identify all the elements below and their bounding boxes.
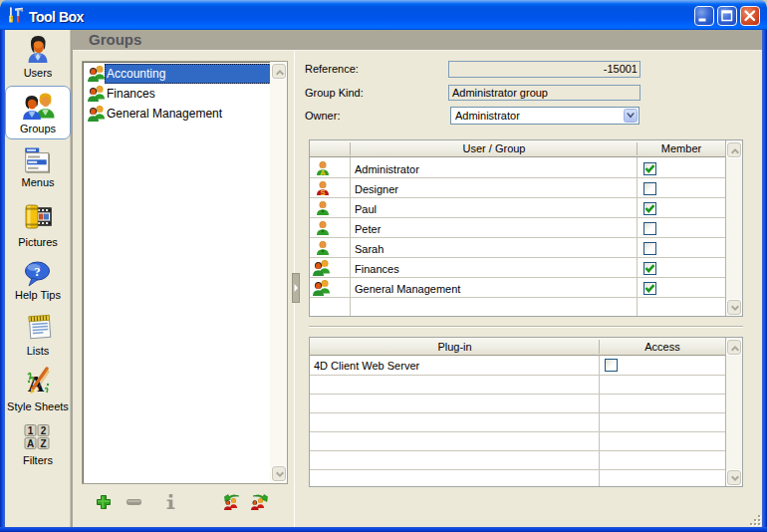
svg-text:?: ? — [34, 264, 41, 279]
svg-text:A: A — [320, 168, 326, 176]
svg-text:Z: Z — [40, 438, 46, 449]
svg-text:S: S — [320, 188, 325, 196]
svg-text:A: A — [27, 438, 34, 449]
svg-text:1: 1 — [28, 425, 34, 436]
svg-text:2: 2 — [41, 425, 47, 436]
